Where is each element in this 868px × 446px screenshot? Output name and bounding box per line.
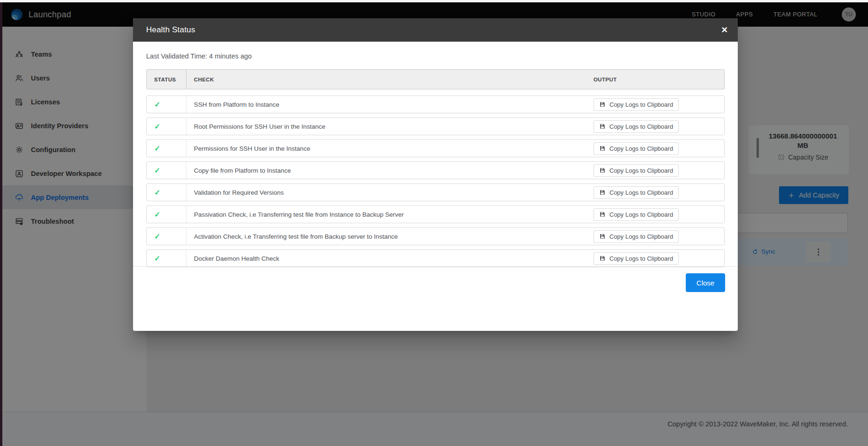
check-name: Validation for Required Versions [186,184,594,201]
column-header-status: STATUS [147,70,186,89]
copy-logs-label: Copy Logs to Clipboard [609,101,673,108]
output-cell: Copy Logs to Clipboard [594,206,724,223]
check-pass-icon: ✓ [154,210,160,219]
output-cell: Copy Logs to Clipboard [594,96,724,113]
screen-top-strip [0,0,868,2]
copy-logs-button[interactable]: Copy Logs to Clipboard [594,164,679,177]
column-header-check: CHECK [186,70,594,89]
check-name: Passivation Check, i.e Transferring test… [186,206,594,223]
copy-logs-label: Copy Logs to Clipboard [609,167,673,174]
modal-body: Last Validated Time: 4 minutes ago STATU… [133,42,738,299]
check-pass-icon: ✓ [154,254,160,263]
check-pass-icon: ✓ [154,188,160,197]
save-icon [599,123,606,130]
health-check-row: ✓ SSH from Platform to Instance Copy Log… [146,95,725,113]
copy-logs-button[interactable]: Copy Logs to Clipboard [594,142,679,155]
status-cell: ✓ [147,206,186,223]
close-button[interactable]: Close [686,273,725,292]
output-cell: Copy Logs to Clipboard [594,184,724,201]
check-name: SSH from Platform to Instance [186,96,594,113]
check-name: Permissions for SSH User in the Instance [186,140,594,157]
modal-title: Health Status [146,25,195,35]
close-icon[interactable]: × [721,25,727,35]
health-check-row: ✓ Permissions for SSH User in the Instan… [146,139,725,157]
copy-logs-label: Copy Logs to Clipboard [609,211,673,218]
status-cell: ✓ [147,250,186,267]
last-validated-text: Last Validated Time: 4 minutes ago [146,42,725,60]
health-check-row: ✓ Validation for Required Versions Copy … [146,183,725,201]
check-pass-icon: ✓ [154,100,160,109]
check-name: Root Permissions for SSH User in the Ins… [186,118,594,135]
save-icon [599,167,606,174]
check-pass-icon: ✓ [154,122,160,131]
status-cell: ✓ [147,96,186,113]
status-cell: ✓ [147,118,186,135]
health-check-row: ✓ Docker Daemon Health Check Copy Logs t… [146,249,725,267]
check-name: Docker Daemon Health Check [186,250,594,267]
output-cell: Copy Logs to Clipboard [594,118,724,135]
copy-logs-button[interactable]: Copy Logs to Clipboard [594,98,679,111]
status-cell: ✓ [147,184,186,201]
copy-logs-button[interactable]: Copy Logs to Clipboard [594,208,679,221]
check-name: Activation Check, i.e Transferring test … [186,228,594,245]
copy-logs-button[interactable]: Copy Logs to Clipboard [594,252,679,265]
screen-left-strip [0,2,2,446]
status-cell: ✓ [147,228,186,245]
output-cell: Copy Logs to Clipboard [594,162,724,179]
save-icon [599,233,606,240]
copy-logs-label: Copy Logs to Clipboard [609,123,673,130]
health-check-row: ✓ Copy file from Platform to Instance Co… [146,161,725,179]
check-name: Copy file from Platform to Instance [186,162,594,179]
check-pass-icon: ✓ [154,232,160,241]
copy-logs-label: Copy Logs to Clipboard [609,145,673,152]
copy-logs-label: Copy Logs to Clipboard [609,255,673,262]
save-icon [599,211,606,218]
health-status-modal: Health Status × Last Validated Time: 4 m… [133,18,738,331]
copy-logs-label: Copy Logs to Clipboard [609,233,673,240]
status-cell: ✓ [147,140,186,157]
save-icon [599,255,606,262]
modal-header: Health Status × [133,18,738,42]
save-icon [599,145,606,152]
copy-logs-button[interactable]: Copy Logs to Clipboard [594,186,679,199]
modal-footer: Close [133,266,738,299]
save-icon [599,101,606,108]
check-pass-icon: ✓ [154,166,160,175]
status-cell: ✓ [147,162,186,179]
check-pass-icon: ✓ [154,144,160,153]
copy-logs-label: Copy Logs to Clipboard [609,189,673,196]
health-check-row: ✓ Activation Check, i.e Transferring tes… [146,227,725,245]
save-icon [599,189,606,196]
health-check-row: ✓ Root Permissions for SSH User in the I… [146,117,725,135]
copy-logs-button[interactable]: Copy Logs to Clipboard [594,120,679,133]
output-cell: Copy Logs to Clipboard [594,250,724,267]
health-check-row: ✓ Passivation Check, i.e Transferring te… [146,205,725,223]
health-table-header: STATUS CHECK OUTPUT [146,69,725,89]
health-table-rows: ✓ SSH from Platform to Instance Copy Log… [146,95,725,267]
output-cell: Copy Logs to Clipboard [594,140,724,157]
column-header-output: OUTPUT [594,70,724,89]
output-cell: Copy Logs to Clipboard [594,228,724,245]
copy-logs-button[interactable]: Copy Logs to Clipboard [594,230,679,243]
